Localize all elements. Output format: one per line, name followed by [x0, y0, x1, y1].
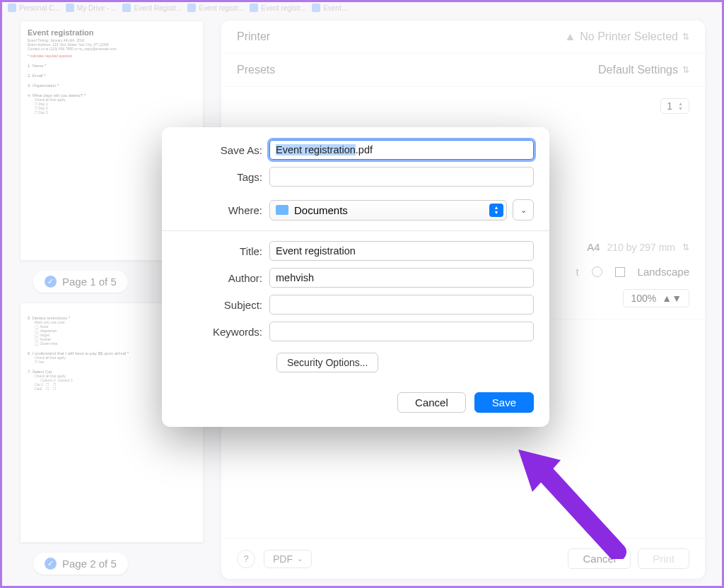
page-badge-2[interactable]: ✓ Page 2 of 5 [33, 553, 128, 575]
orientation-landscape-label: Landscape [638, 266, 689, 278]
tab-icon [187, 4, 196, 12]
help-button[interactable]: ? [237, 550, 255, 568]
where-label: Where: [177, 204, 269, 216]
check-icon: ✓ [45, 276, 57, 288]
save-button[interactable]: Save [474, 392, 534, 413]
copies-stepper[interactable]: 1 ▲▼ [660, 98, 689, 114]
pdf-dropdown[interactable]: PDF ⌄ [264, 550, 312, 568]
expand-button[interactable]: ⌄ [513, 199, 534, 220]
save-as-label: Save As: [177, 144, 269, 156]
page-badge-label: Page 1 of 5 [62, 276, 117, 288]
print-cancel-button[interactable]: Cancel [568, 548, 631, 569]
scale-value: 100% [631, 293, 656, 304]
author-label: Author: [177, 272, 269, 284]
stepper-arrows-icon: ▲▼ [662, 293, 682, 304]
tab-5[interactable]: Event... [312, 4, 347, 12]
tab-icon [122, 4, 131, 12]
thumb-required: * Indicates required question [28, 54, 196, 58]
tab-icon [66, 4, 74, 12]
browser-tabs: Personal C... My Drive - ... Event Regis… [2, 2, 722, 13]
paper-size-value: A4 [587, 241, 600, 253]
tab-icon [8, 4, 16, 12]
title-label: Title: [177, 245, 269, 257]
tab-2[interactable]: Event Registr... [122, 4, 182, 12]
cancel-button[interactable]: Cancel [397, 392, 466, 413]
presets-label: Presets [237, 64, 275, 76]
tab-4[interactable]: Event registr... [250, 4, 306, 12]
thumb-sub: Event Timing: January 4th-6th, 2016 Even… [28, 38, 196, 51]
presets-value: Default Settings [598, 64, 678, 76]
tags-label: Tags: [177, 171, 269, 183]
tab-1[interactable]: My Drive - ... [66, 4, 117, 12]
tab-icon [250, 4, 258, 12]
thumb-title: Event registration [28, 28, 196, 37]
folder-icon [276, 205, 288, 215]
page-badge-1[interactable]: ✓ Page 1 of 5 [33, 271, 128, 293]
title-input[interactable] [269, 241, 534, 261]
paper-dim: 210 by 297 mm [607, 242, 676, 253]
author-input[interactable] [269, 268, 534, 288]
chevron-down-icon: ⌄ [520, 206, 527, 215]
keywords-input[interactable] [269, 322, 534, 341]
chevron-down-icon: ⌄ [297, 555, 303, 563]
save-as-ext: .pdf [356, 144, 373, 155]
print-footer: ? PDF ⌄ Cancel Print [221, 538, 705, 579]
keywords-label: Keywords: [177, 326, 269, 338]
where-value: Documents [294, 204, 348, 216]
updown-icon: ⇅ [682, 32, 689, 42]
updown-icon: ▲▼ [489, 204, 503, 217]
tab-0[interactable]: Personal C... [8, 4, 60, 12]
updown-icon: ⇅ [682, 242, 689, 252]
tab-3[interactable]: Event registr... [187, 4, 244, 12]
check-icon: ✓ [45, 558, 57, 570]
presets-row[interactable]: Presets Default Settings ⇅ [221, 54, 705, 87]
tab-icon [312, 4, 320, 12]
printer-value: No Printer Selected [580, 30, 678, 43]
where-dropdown[interactable]: Documents ▲▼ [269, 200, 507, 220]
save-as-input[interactable]: Event registration.pdf [269, 140, 534, 160]
scale-stepper[interactable]: 100% ▲▼ [623, 289, 689, 307]
save-dialog: Save As: Event registration.pdf Tags: Wh… [162, 127, 549, 427]
printer-row[interactable]: Printer ▲ No Printer Selected ⇅ [221, 20, 705, 54]
security-options-button[interactable]: Security Options... [276, 353, 378, 372]
copies-value: 1 [667, 100, 672, 112]
page-badge-label: Page 2 of 5 [62, 558, 117, 570]
tags-input[interactable] [269, 167, 534, 187]
warning-icon: ▲ [564, 30, 576, 43]
updown-icon: ⇅ [682, 65, 689, 75]
subject-label: Subject: [177, 299, 269, 311]
landscape-icon [615, 267, 625, 277]
printer-label: Printer [237, 30, 270, 43]
stepper-arrows-icon: ▲▼ [678, 101, 683, 111]
orientation-landscape-radio[interactable] [592, 266, 602, 277]
save-as-selection: Event registration [276, 144, 356, 155]
print-button[interactable]: Print [638, 548, 689, 569]
subject-input[interactable] [269, 295, 534, 314]
